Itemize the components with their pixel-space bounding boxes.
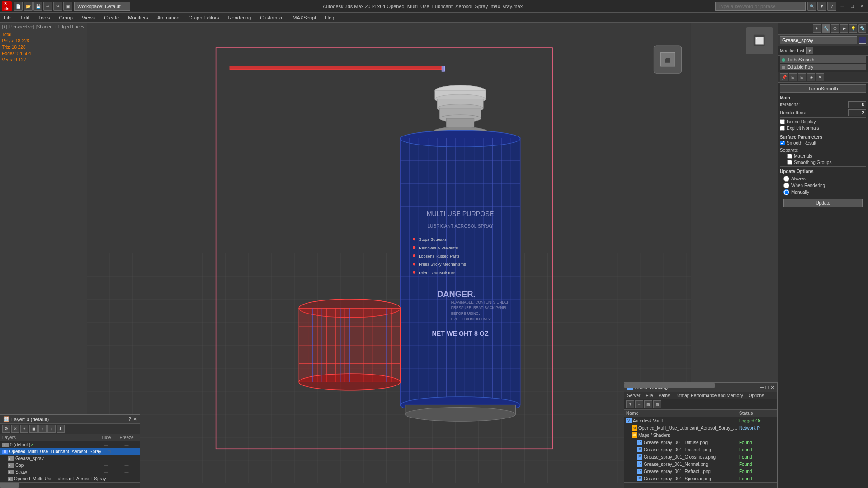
render-setup-btn[interactable]: ▣	[63, 2, 72, 11]
show-orig-btn[interactable]: ⊟	[798, 73, 806, 81]
menu-maxscript[interactable]: MAXScript	[291, 14, 318, 21]
rp-modify-btn[interactable]: 🔧	[822, 24, 830, 33]
modifier-editable-poly[interactable]: Editable Poly	[780, 64, 866, 70]
save-btn[interactable]: 💾	[33, 2, 42, 11]
update-btn[interactable]: Update	[783, 199, 863, 207]
open-file-btn[interactable]: 📂	[24, 2, 33, 11]
asset-h-scrollbar[interactable]	[624, 482, 777, 488]
menu-group[interactable]: Group	[57, 14, 75, 21]
layer-help-btn[interactable]: ?	[128, 416, 131, 422]
menu-graph-editors[interactable]: Graph Editors	[187, 14, 221, 21]
redo-btn[interactable]: ↪	[53, 2, 62, 11]
asset-item-vault[interactable]: V Autodesk Vault Logged On	[624, 417, 777, 424]
obj-name-input[interactable]	[780, 36, 857, 44]
asset-item-fresnel[interactable]: P Grease_spray_001_Fresnel_.png Found	[624, 446, 777, 453]
modifier-icons-row: 📌 ⊞ ⊟ ◈ ✕	[778, 72, 868, 83]
obj-color-swatch[interactable]	[859, 37, 866, 44]
modifier-list-dropdown[interactable]: ▼	[806, 47, 813, 54]
asset-item-glossiness[interactable]: P Grease_spray_001_Glossiness.png Found	[624, 453, 777, 460]
menu-customize[interactable]: Customize	[258, 14, 285, 21]
modifier-turbosmooth[interactable]: TurboSmooth	[780, 56, 866, 63]
layer-item-opened[interactable]: E Opened_Multi_Use_Lubricant_Aerosol_Spr…	[0, 448, 140, 455]
layer-0-hide: —	[97, 443, 115, 447]
svg-text:Frees Sticky Mechanisms: Frees Sticky Mechanisms	[419, 262, 466, 267]
layer-item-grease[interactable]: ▲ Grease_spray — —	[0, 455, 140, 462]
asset-menu-server[interactable]: Server	[627, 393, 640, 398]
layer-settings-btn[interactable]: ⚙	[2, 425, 10, 433]
materials-checkbox[interactable]	[787, 154, 792, 159]
when-rendering-radio[interactable]	[783, 183, 789, 188]
menu-tools[interactable]: Tools	[37, 14, 52, 21]
search-input[interactable]	[715, 2, 806, 11]
layer-close-btn[interactable]: ✕	[133, 416, 137, 422]
asset-menu-options[interactable]: Options	[749, 393, 764, 398]
menu-animation[interactable]: Animation	[156, 14, 181, 21]
always-radio-row: Always	[783, 176, 863, 182]
remove-mod-btn[interactable]: ✕	[816, 73, 824, 81]
layer-expand-btn[interactable]: ⬇	[57, 425, 65, 433]
render-iters-input[interactable]	[848, 109, 866, 116]
asset-help-btn[interactable]: ?	[626, 400, 634, 408]
asset-normal-name: Grease_spray_001_Normal.png	[644, 462, 739, 467]
rp-hierarchy-btn[interactable]: ⬡	[831, 24, 839, 33]
menu-help[interactable]: Help	[323, 14, 337, 21]
menu-create[interactable]: Create	[102, 14, 121, 21]
asset-list-btn[interactable]: ≡	[635, 400, 643, 408]
smooth-result-checkbox[interactable]	[780, 141, 785, 145]
search-options-btn[interactable]: ▼	[817, 2, 826, 11]
asset-maxfile-icon: M	[632, 425, 637, 431]
menu-views[interactable]: Views	[80, 14, 97, 21]
new-file-btn[interactable]: 📄	[14, 2, 23, 11]
asset-item-normal[interactable]: P Grease_spray_001_Normal.png Found	[624, 460, 777, 468]
asset-item-diffuse[interactable]: P Grease_spray_001_Diffuse.png Found	[624, 439, 777, 446]
asset-menubar: Server File Paths Bitmap Performance and…	[624, 392, 777, 399]
asset-menu-paths[interactable]: Paths	[659, 393, 670, 398]
pin-stack-btn[interactable]: 📌	[780, 73, 788, 81]
workspace-dropdown[interactable]: Workspace: Default	[74, 2, 130, 11]
layer-select-btn[interactable]: ◼	[29, 425, 38, 433]
viewport-nav-cube[interactable]: 🔲	[746, 27, 773, 54]
search-btn[interactable]: 🔍	[807, 2, 816, 11]
layer-add-btn[interactable]: +	[20, 425, 28, 433]
close-btn[interactable]: ✕	[858, 2, 866, 10]
rp-utility-btn[interactable]: 🔩	[858, 24, 866, 33]
asset-menu-bitmap[interactable]: Bitmap Performance and Memory	[675, 393, 743, 398]
menu-edit[interactable]: Edit	[19, 14, 31, 21]
maximize-btn[interactable]: □	[848, 2, 856, 10]
asset-close-btn[interactable]: ✕	[770, 385, 774, 390]
menu-file[interactable]: File	[2, 14, 14, 21]
layer-move-down-btn[interactable]: ↓	[47, 425, 56, 433]
isoline-checkbox[interactable]	[780, 119, 785, 124]
layer-item-spray[interactable]: ▲ Opened_Multi_Use_Lubricant_Aerosol_Spr…	[0, 475, 140, 482]
rp-create-btn[interactable]: ✦	[813, 24, 821, 33]
manually-radio[interactable]	[783, 189, 789, 195]
make-unique-btn[interactable]: ◈	[807, 73, 815, 81]
asset-details-btn[interactable]: ⊟	[653, 400, 661, 408]
asset-min-btn[interactable]: ─	[760, 385, 764, 390]
asset-menu-file[interactable]: File	[646, 393, 653, 398]
layer-move-up-btn[interactable]: ↑	[38, 425, 47, 433]
explicit-normals-checkbox[interactable]	[780, 126, 785, 131]
asset-item-refract[interactable]: P Grease_spray_001_Refract_.png Found	[624, 468, 777, 475]
menu-modifiers[interactable]: Modifiers	[126, 14, 150, 21]
rp-motion-btn[interactable]: ▶	[840, 24, 848, 33]
layer-h-scrollbar[interactable]	[0, 482, 140, 488]
asset-item-maxfile[interactable]: M Opened_Multi_Use_Lubricant_Aerosol_Spr…	[624, 424, 777, 432]
smoothing-groups-checkbox[interactable]	[787, 160, 792, 165]
asset-item-maps-folder[interactable]: 📁 Maps / Shaders	[624, 432, 777, 439]
layer-item-cap[interactable]: ▲ Cap — —	[0, 462, 140, 469]
asset-grid-btn[interactable]: ⊞	[644, 400, 652, 408]
iterations-input[interactable]	[848, 101, 866, 108]
asset-item-specular[interactable]: P Grease_spray_001_Specular.png Found	[624, 475, 777, 482]
layer-item-0[interactable]: E 0 (default) ✓ — —	[0, 441, 140, 448]
minimize-btn[interactable]: ─	[838, 2, 846, 10]
asset-max-btn[interactable]: □	[765, 385, 769, 390]
help-btn[interactable]: ?	[827, 2, 836, 11]
layer-item-straw[interactable]: ▲ Straw — —	[0, 469, 140, 475]
always-radio[interactable]	[783, 176, 789, 182]
undo-btn[interactable]: ↩	[43, 2, 52, 11]
menu-rendering[interactable]: Rendering	[226, 14, 253, 21]
show-end-btn[interactable]: ⊞	[789, 73, 797, 81]
rp-display-btn[interactable]: 💡	[849, 24, 857, 33]
layer-delete-btn[interactable]: ✕	[11, 425, 19, 433]
